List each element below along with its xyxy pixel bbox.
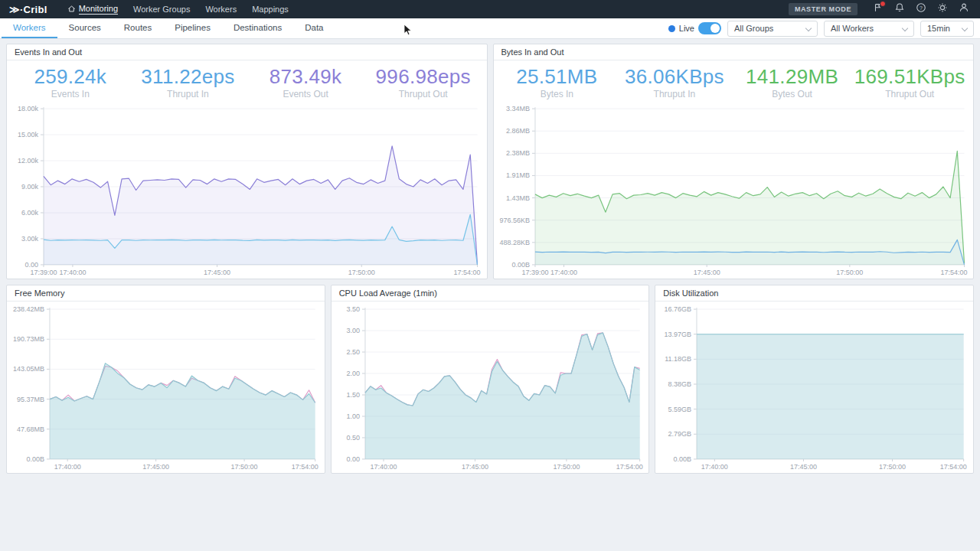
disk-area-chart: 0.00B2.79GB5.59GB8.38GB11.18GB13.97GB16.…	[657, 303, 972, 473]
stat-value: 996.98eps	[364, 66, 482, 88]
time-range-select[interactable]: 15min	[920, 21, 974, 37]
stat-value: 311.22eps	[129, 66, 247, 88]
svg-text:18.00k: 18.00k	[18, 105, 38, 112]
svg-text:17:54:00: 17:54:00	[454, 269, 481, 276]
svg-text:3.00k: 3.00k	[21, 235, 38, 243]
events-stats-row: 259.24k Events In 311.22eps Thruput In 8…	[7, 60, 487, 101]
svg-text:3.50: 3.50	[346, 305, 360, 313]
stat-bytes-out: 141.29MB Bytes Out	[733, 66, 851, 99]
stat-thruput-in: 36.06KBps Thruput In	[616, 66, 733, 99]
svg-text:2.00: 2.00	[346, 370, 360, 377]
time-range-value: 15min	[927, 24, 950, 33]
stat-label: Thruput Out	[851, 89, 969, 99]
tab-routes[interactable]: Routes	[113, 18, 163, 38]
svg-text:0.00: 0.00	[346, 455, 360, 463]
stat-events-in: 259.24k Events In	[11, 66, 129, 99]
top-nav-bar: ≫·Cribl Monitoring Worker Groups Workers…	[0, 0, 980, 18]
svg-text:190.73MB: 190.73MB	[13, 335, 44, 343]
nav-item-monitoring[interactable]: Monitoring	[60, 2, 126, 17]
cribl-logo[interactable]: ≫·Cribl	[9, 4, 47, 15]
svg-text:17:45:00: 17:45:00	[462, 463, 488, 471]
deploy-button[interactable]	[870, 1, 887, 18]
tab-destinations[interactable]: Destinations	[222, 18, 293, 38]
stat-thruput-out: 996.98eps Thruput Out	[364, 66, 482, 99]
stat-value: 36.06KBps	[616, 66, 733, 88]
memory-chart: 0.00B47.68MB95.37MB143.05MB190.73MB238.4…	[7, 302, 325, 473]
nav-item-mappings[interactable]: Mappings	[244, 2, 296, 16]
stat-label: Bytes Out	[733, 89, 851, 99]
stat-thruput-in: 311.22eps Thruput In	[129, 66, 247, 99]
nav-item-worker-groups[interactable]: Worker Groups	[126, 2, 198, 16]
settings-button[interactable]	[934, 1, 951, 18]
svg-text:12.00k: 12.00k	[18, 157, 38, 165]
stat-value: 25.51MB	[498, 66, 616, 88]
svg-text:95.37MB: 95.37MB	[17, 395, 44, 403]
tab-pipelines[interactable]: Pipelines	[163, 18, 222, 38]
stat-events-out: 873.49k Events Out	[247, 66, 364, 99]
workers-select[interactable]: All Workers	[824, 21, 914, 37]
workers-select-value: All Workers	[831, 24, 874, 33]
svg-text:2.50: 2.50	[346, 348, 360, 356]
stat-value: 873.49k	[247, 66, 364, 88]
chevron-down-icon	[962, 24, 968, 31]
svg-text:17:45:00: 17:45:00	[790, 463, 817, 471]
svg-text:?: ?	[920, 5, 923, 11]
svg-text:17:39:00: 17:39:00	[30, 269, 57, 276]
nav-item-workers[interactable]: Workers	[198, 2, 244, 16]
svg-text:17:39:00: 17:39:00	[521, 269, 548, 276]
chevron-down-icon	[805, 24, 812, 31]
help-button[interactable]: ?	[913, 1, 929, 18]
svg-text:17:54:00: 17:54:00	[292, 463, 318, 471]
svg-text:13.97GB: 13.97GB	[665, 330, 691, 337]
notifications-button[interactable]	[891, 1, 908, 18]
svg-text:17:54:00: 17:54:00	[616, 463, 642, 471]
svg-text:17:50:00: 17:50:00	[879, 463, 906, 471]
stat-label: Events Out	[247, 89, 364, 99]
svg-text:17:40:00: 17:40:00	[59, 269, 86, 276]
svg-text:5.59GB: 5.59GB	[668, 405, 691, 412]
svg-text:17:54:00: 17:54:00	[940, 463, 967, 471]
stat-value: 169.51KBps	[851, 66, 969, 88]
svg-text:17:40:00: 17:40:00	[701, 463, 728, 471]
stat-label: Thruput In	[616, 89, 733, 99]
stat-label: Thruput Out	[364, 89, 482, 99]
user-icon	[959, 2, 969, 16]
live-label: Live	[679, 24, 694, 33]
svg-text:0.00: 0.00	[24, 261, 38, 269]
svg-text:17:40:00: 17:40:00	[370, 463, 397, 471]
live-toggle[interactable]	[698, 22, 721, 34]
svg-text:1.91MB: 1.91MB	[505, 171, 529, 179]
stat-thruput-out: 169.51KBps Thruput Out	[851, 66, 969, 99]
svg-text:17:45:00: 17:45:00	[693, 269, 720, 276]
bytes-stats-row: 25.51MB Bytes In 36.06KBps Thruput In 14…	[494, 60, 974, 101]
svg-text:17:54:00: 17:54:00	[940, 269, 967, 276]
events-chart: 0.003.00k6.00k9.00k12.00k15.00k18.00k17:…	[7, 101, 487, 279]
question-circle-icon: ?	[916, 2, 926, 16]
svg-text:1.43MB: 1.43MB	[505, 194, 529, 201]
svg-text:6.00k: 6.00k	[21, 209, 38, 217]
svg-text:238.42MB: 238.42MB	[13, 305, 44, 313]
tab-workers[interactable]: Workers	[2, 18, 57, 38]
groups-select[interactable]: All Groups	[727, 21, 818, 37]
events-line-chart: 0.003.00k6.00k9.00k12.00k15.00k18.00k17:…	[8, 103, 485, 279]
panel-cpu-load: CPU Load Average (1min) 0.000.501.001.50…	[331, 285, 650, 474]
top-nav-right: MASTER MODE ?	[789, 1, 972, 18]
svg-text:15.00k: 15.00k	[18, 131, 38, 139]
tab-data[interactable]: Data	[293, 18, 335, 38]
memory-area-chart: 0.00B47.68MB95.37MB143.05MB190.73MB238.4…	[8, 303, 323, 473]
panel-events-in-out: Events In and Out 259.24k Events In 311.…	[6, 44, 488, 279]
svg-text:11.18GB: 11.18GB	[665, 355, 692, 363]
bytes-line-chart: 0.00B488.28KB976.56KB1.43MB1.91MB2.38MB2…	[495, 103, 972, 279]
master-mode-badge: MASTER MODE	[789, 3, 858, 15]
account-button[interactable]	[956, 1, 972, 18]
stat-label: Thruput In	[129, 89, 247, 99]
groups-select-value: All Groups	[734, 24, 773, 33]
panel-free-memory: Free Memory 0.00B47.68MB95.37MB143.05MB1…	[6, 285, 325, 474]
nav-item-label: Monitoring	[79, 4, 118, 15]
app-root: ≫·Cribl Monitoring Worker Groups Workers…	[0, 0, 980, 551]
svg-text:16.76GB: 16.76GB	[665, 305, 691, 313]
stat-bytes-in: 25.51MB Bytes In	[498, 66, 616, 99]
tab-sources[interactable]: Sources	[57, 18, 113, 38]
stat-value: 259.24k	[11, 66, 129, 88]
svg-text:1.50: 1.50	[346, 391, 360, 399]
